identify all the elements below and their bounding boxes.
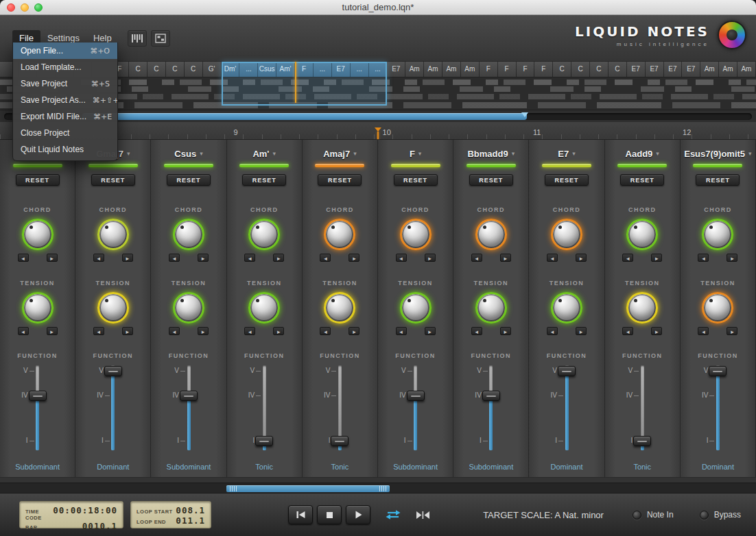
tension-next-button[interactable]: ▸	[651, 327, 662, 335]
timeline-chord-cell[interactable]: E7	[682, 62, 700, 77]
chord-knob[interactable]	[551, 219, 582, 250]
function-slider[interactable]: VIVI	[316, 365, 364, 454]
tension-knob[interactable]	[248, 292, 280, 324]
timeline-chord-cell[interactable]: C	[147, 62, 166, 77]
chord-selector[interactable]: Bbmadd9▾	[467, 148, 515, 159]
chord-knob[interactable]	[97, 219, 129, 250]
close-window-button[interactable]	[7, 3, 15, 12]
tension-prev-button[interactable]: ◂	[471, 327, 482, 335]
timeline-chord-cell[interactable]: G'	[203, 62, 222, 77]
play-button[interactable]	[346, 505, 370, 524]
timeline-chord-cell[interactable]: E7	[627, 62, 646, 77]
file-menu-item[interactable]: Quit Liquid Notes	[13, 141, 117, 158]
file-menu-item[interactable]: Save Project As...⌘+⇧+S	[13, 92, 117, 108]
timeline-chord-cell[interactable]: ...	[314, 62, 332, 77]
chord-next-button[interactable]: ▸	[273, 254, 284, 262]
chord-prev-button[interactable]: ◂	[698, 254, 709, 262]
timeline-chord-cell[interactable]: E7	[664, 62, 683, 77]
ruler-playhead-marker[interactable]	[377, 132, 379, 139]
function-slider-handle[interactable]	[633, 436, 651, 446]
tension-next-button[interactable]: ▸	[425, 327, 436, 335]
tension-knob[interactable]	[324, 292, 355, 324]
chord-next-button[interactable]: ▸	[651, 254, 662, 262]
timeline-chord-cell[interactable]: F	[534, 62, 553, 77]
chord-selector[interactable]: Aadd9▾	[626, 148, 659, 159]
timeline-chord-cell[interactable]: Dm'	[222, 62, 240, 77]
reset-button[interactable]: RESET	[16, 174, 60, 186]
timeline-chord-cell[interactable]: F	[480, 62, 498, 77]
file-menu-item[interactable]: Save Project⌘+S	[13, 75, 117, 92]
minimize-window-button[interactable]	[21, 3, 29, 12]
chord-knob[interactable]	[702, 219, 733, 250]
tension-knob[interactable]	[475, 292, 507, 324]
chord-knob[interactable]	[173, 219, 204, 250]
tension-next-button[interactable]: ▸	[349, 327, 359, 335]
timeline-chord-cell[interactable]: C	[185, 62, 203, 77]
timeline-chord-cell[interactable]: F	[295, 62, 314, 77]
reset-button[interactable]: RESET	[394, 174, 438, 186]
function-slider[interactable]: VIVI	[618, 365, 666, 454]
chord-knob[interactable]	[324, 219, 355, 250]
tension-next-button[interactable]: ▸	[122, 327, 133, 335]
timeline-chord-cell[interactable]: Am	[719, 62, 737, 77]
reset-button[interactable]: RESET	[318, 174, 362, 186]
chord-selector[interactable]: Am'▾	[252, 148, 276, 159]
timeline-chord-cell[interactable]: C	[166, 62, 185, 77]
bottom-scrollbar[interactable]	[0, 483, 756, 494]
timeline-chord-cell[interactable]: ...	[369, 62, 388, 77]
function-slider-handle[interactable]	[180, 391, 198, 401]
chord-next-button[interactable]: ▸	[727, 254, 737, 262]
timeline-chord-cell[interactable]: ...	[239, 62, 258, 77]
timeline-chord-cell[interactable]: E7	[646, 62, 664, 77]
function-slider-handle[interactable]	[709, 366, 727, 376]
function-slider-handle[interactable]	[331, 436, 349, 446]
timeline-chord-cell[interactable]: Am	[700, 62, 719, 77]
timeline-chord-cell[interactable]: Am	[405, 62, 424, 77]
chord-next-button[interactable]: ▸	[47, 254, 58, 262]
skip-to-start-button[interactable]	[288, 505, 313, 524]
chord-prev-button[interactable]: ◂	[18, 254, 29, 262]
timeline-chord-cell[interactable]: Am	[442, 62, 461, 77]
function-slider-handle[interactable]	[255, 436, 273, 446]
chord-prev-button[interactable]: ◂	[547, 254, 558, 262]
loop-toggle-button[interactable]	[384, 509, 402, 520]
timeline-chord-cell[interactable]: Am	[461, 62, 480, 77]
chord-next-button[interactable]: ▸	[425, 254, 436, 262]
tension-prev-button[interactable]: ◂	[622, 327, 633, 335]
tension-prev-button[interactable]: ◂	[244, 327, 255, 335]
scrollbar-thumb[interactable]	[226, 485, 390, 492]
skip-to-end-button[interactable]	[416, 511, 430, 520]
timeline-chord-cell[interactable]: F	[498, 62, 517, 77]
reset-button[interactable]: RESET	[696, 174, 740, 186]
chord-selector[interactable]: Csus▾	[174, 148, 202, 159]
chord-prev-button[interactable]: ◂	[622, 254, 633, 262]
tension-knob[interactable]	[400, 292, 432, 324]
tension-knob[interactable]	[173, 292, 204, 324]
function-slider[interactable]: VIVI	[89, 365, 137, 454]
tension-next-button[interactable]: ▸	[576, 327, 587, 335]
function-slider-handle[interactable]	[482, 391, 500, 401]
timeline-chord-cell[interactable]: C	[129, 62, 147, 77]
timeline-chord-cell[interactable]: Am	[737, 62, 756, 77]
timeline-chord-cell[interactable]: F	[517, 62, 535, 77]
chord-next-button[interactable]: ▸	[198, 254, 209, 262]
tension-next-button[interactable]: ▸	[500, 327, 511, 335]
stop-button[interactable]	[317, 505, 342, 524]
tension-knob[interactable]	[702, 292, 733, 324]
chord-knob[interactable]	[475, 219, 507, 250]
timeline-chord-cell[interactable]: Csus	[258, 62, 276, 77]
timeline-chord-cell[interactable]: E7	[332, 62, 351, 77]
chord-knob[interactable]	[248, 219, 280, 250]
chord-selector[interactable]: Amaj7▾	[323, 148, 357, 159]
reset-button[interactable]: RESET	[167, 174, 211, 186]
chord-selector[interactable]: Esus7(9)omit5▾	[684, 148, 751, 159]
tension-prev-button[interactable]: ◂	[698, 327, 709, 335]
timeline-chord-cell[interactable]: E7	[387, 62, 405, 77]
function-slider-handle[interactable]	[29, 391, 47, 401]
function-slider[interactable]: VIVI	[165, 365, 213, 454]
function-slider[interactable]: VIVI	[392, 365, 440, 454]
chord-next-button[interactable]: ▸	[576, 254, 587, 262]
tension-prev-button[interactable]: ◂	[547, 327, 558, 335]
timeline-chord-cell[interactable]: ...	[351, 62, 369, 77]
chord-prev-button[interactable]: ◂	[471, 254, 482, 262]
